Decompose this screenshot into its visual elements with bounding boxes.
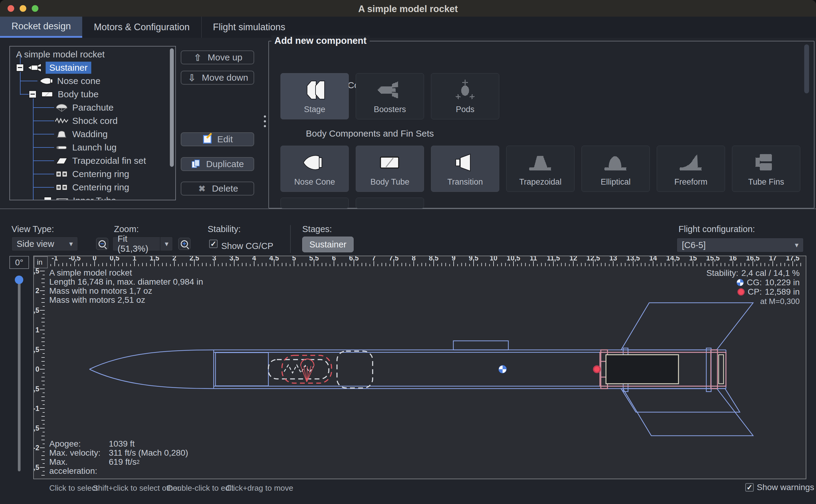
svg-text:5,5: 5,5 — [309, 256, 319, 262]
card-label: Transition — [447, 177, 483, 187]
add-trapezoidal-card: Trapezoidal — [506, 146, 575, 192]
stage-toggle-button[interactable]: Sustainer — [302, 237, 354, 252]
rocket-canvas[interactable]: -1-0,500,511,522,533,544,555,566,577,588… — [33, 256, 806, 479]
add-nose-cone-card[interactable]: Nose Cone — [280, 146, 349, 192]
tree-item-nose-cone[interactable]: Nose cone — [39, 74, 175, 88]
svg-text:0,5: 0,5 — [110, 256, 119, 262]
trapezoidal-icon — [527, 149, 554, 177]
freeform-icon — [677, 149, 704, 177]
tree-item-wadding[interactable]: Wadding — [54, 128, 175, 141]
flight-info-value: 1039 ft — [109, 439, 135, 448]
show-cgcp-checkbox[interactable]: ✓ — [209, 240, 218, 248]
view-type-select[interactable]: Side view ▾ — [11, 237, 78, 251]
tab-flight-simulations[interactable]: Flight simulations — [201, 17, 297, 38]
centering-ring-icon — [54, 169, 69, 179]
tree-expander-icon[interactable] — [44, 197, 52, 200]
zoom-level-value: Fit (51,3%) — [118, 234, 160, 254]
delete-icon: ✖ — [197, 184, 207, 194]
rotation-angle-box[interactable]: 0° — [9, 256, 29, 269]
arrow-down-icon: ⇩ — [187, 73, 197, 83]
tree-scrollbar[interactable] — [170, 48, 174, 167]
app-window: A simple model rocket Rocket designMotor… — [0, 0, 816, 504]
duplicate-button[interactable]: Duplicate — [181, 157, 254, 171]
tree-item-label: Wadding — [72, 129, 108, 139]
cp-icon — [737, 288, 745, 296]
view-type-label: View Type: — [11, 224, 54, 234]
svg-text:-0,5: -0,5 — [69, 256, 81, 262]
tree-item-body-tube[interactable]: Body tube — [29, 88, 175, 101]
rotation-slider-knob[interactable] — [15, 276, 23, 284]
tree-item-trapezoidal-fin-set[interactable]: Trapezoidal fin set — [54, 154, 175, 167]
status-bar: Click to selectShift+click to select oth… — [0, 479, 816, 504]
component-tree-panel: A simple model rocketSustainerNose coneB… — [9, 46, 176, 200]
card-label: Nose Cone — [294, 177, 335, 187]
panel-splitter-handle[interactable] — [264, 115, 266, 127]
svg-text:-2,5: -2,5 — [34, 464, 39, 471]
tree-item-inner-tube[interactable]: Inner Tube — [44, 194, 175, 200]
delete-button[interactable]: ✖ Delete — [181, 182, 254, 195]
add-stage-card[interactable]: Stage — [280, 73, 349, 119]
svg-text:7: 7 — [372, 256, 376, 262]
add-elliptical-card: Elliptical — [581, 146, 650, 192]
svg-text:4: 4 — [252, 256, 256, 262]
svg-text:13: 13 — [609, 256, 617, 262]
tree-connector-line — [20, 55, 21, 64]
cg-value: 10,229 in — [765, 278, 800, 287]
tree-item-sustainer[interactable]: Sustainer — [16, 61, 175, 74]
stability-row: Stability: 2,4 cal / 14,1 % — [706, 268, 800, 278]
tree-item-parachute[interactable]: Parachute — [54, 101, 175, 114]
cg-label: CG: — [747, 278, 762, 287]
tree-expander-icon[interactable] — [16, 64, 24, 72]
tab-rocket-design[interactable]: Rocket design — [0, 17, 82, 38]
card-label: Stage — [304, 105, 325, 114]
zoom-out-icon: − — [99, 240, 106, 247]
svg-text:9: 9 — [452, 256, 456, 262]
svg-text:-1: -1 — [34, 405, 39, 412]
component-panel-scrollbar[interactable] — [804, 44, 809, 205]
tab-motors-configuration[interactable]: Motors & Configuration — [82, 17, 201, 38]
tree-connector-line — [33, 147, 54, 148]
tree-item-label: A simple model rocket — [16, 49, 105, 60]
tree-connector-line — [33, 107, 54, 108]
rocket-info-line: A simple model rocket — [49, 268, 203, 277]
zoom-out-button[interactable]: − — [96, 238, 108, 250]
add-body-tube-card[interactable]: Body Tube — [356, 146, 424, 192]
zoom-level-select[interactable]: Fit (51,3%) ▾ — [112, 237, 173, 251]
tree-item-centering-ring[interactable]: Centering ring — [54, 167, 175, 181]
card-label: Trapezoidal — [519, 177, 562, 187]
tree-item-shock-cord[interactable]: Shock cord — [54, 114, 175, 128]
svg-text:11: 11 — [530, 256, 537, 262]
component-tree: A simple model rocketSustainerNose coneB… — [10, 48, 175, 200]
section-label: Body Components and Fin Sets — [306, 128, 434, 139]
rocket-icon — [27, 63, 43, 73]
edit-button[interactable]: Edit — [181, 132, 254, 146]
rotation-slider[interactable] — [18, 278, 21, 471]
svg-text:4,5: 4,5 — [269, 256, 279, 262]
svg-text:0: 0 — [35, 365, 39, 373]
tree-expander-icon[interactable] — [29, 90, 37, 98]
centering-ring-icon — [54, 183, 69, 192]
svg-text:14,5: 14,5 — [666, 256, 680, 262]
zoom-in-button[interactable]: + — [178, 238, 190, 250]
add-transition-card[interactable]: Transition — [431, 146, 499, 192]
tree-item-centering-ring[interactable]: Centering ring — [54, 181, 175, 194]
tree-connector-line — [33, 134, 54, 134]
tree-connector-line — [20, 94, 29, 95]
tree-item-a-simple-model-rocket[interactable]: A simple model rocket — [13, 48, 175, 61]
svg-text:7,5: 7,5 — [389, 256, 399, 262]
show-warnings-label: Show warnings — [757, 483, 814, 492]
tree-connector-line — [33, 121, 54, 121]
rocket-info-line: Length 16,748 in, max. diameter 0,984 in — [49, 277, 203, 286]
move-down-button[interactable]: ⇩ Move down — [181, 71, 254, 85]
shock-cord-icon — [54, 116, 69, 126]
flight-info-row: Max. acceleration:619 ft/s2 — [49, 457, 188, 467]
mach-row: at M=0,300 — [706, 296, 800, 306]
flight-config-select[interactable]: [C6-5] ▾ — [677, 238, 804, 252]
parachute-icon — [54, 103, 69, 112]
svg-text:0: 0 — [93, 256, 97, 262]
show-warnings-checkbox[interactable]: ✓ — [745, 483, 754, 492]
move-up-button[interactable]: ⇧ Move up — [181, 50, 254, 64]
tree-connector-line — [20, 81, 37, 81]
tree-item-launch-lug[interactable]: Launch lug — [54, 141, 175, 154]
cp-label: CP: — [748, 287, 762, 296]
